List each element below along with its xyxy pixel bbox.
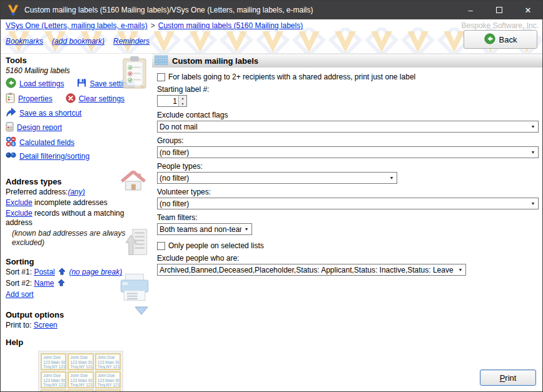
sidebar: Tools 5160 Mailing labels Load settings … [1,54,152,391]
exclude-no-match-link[interactable]: Exclude [6,209,33,218]
bookmarks-bar: Bookmarks (add bookmark) Reminders [1,30,542,46]
label-preview-cell: John Doe123 Main StTroy,NY 12180 [41,371,66,388]
spinner-up-icon[interactable]: ▲ [179,96,186,101]
expand-triangle-icon[interactable] [134,306,148,317]
people-types-value: (no filter) [158,174,387,183]
shared-address-checkbox[interactable] [157,73,165,81]
print-to-link[interactable]: Screen [34,321,58,329]
back-button[interactable]: Back [464,30,537,49]
clipboard-icon [122,56,147,91]
add-sort-link[interactable]: Add sort [6,290,34,299]
back-button-label: Back [499,35,517,44]
save-settings-icon [77,78,86,89]
groups-dropdown[interactable]: (no filter) ▼ [157,146,539,158]
exclude-people-label: Exclude people who are: [157,254,539,263]
label-preview-cell: John Doe123 Main StTroy,NY 12180 [95,353,121,370]
breadcrumb-separator: > [151,21,155,30]
save-shortcut-link[interactable]: Save as a shortcut [19,109,81,118]
starting-label-spinner[interactable]: 1 ▲ ▼ [157,95,187,107]
clear-settings-icon [66,93,76,105]
spinner-down-icon[interactable]: ▼ [179,101,186,107]
sort1-ascending-icon[interactable] [58,268,66,277]
team-filters-value: Both teams and non-teams [158,225,241,234]
mailing-labels-icon [155,55,168,68]
exclude-incomplete-row: Exclude incomplete addresses [6,198,152,208]
vsys-app-icon [7,4,19,16]
dropdown-arrow-icon: ▼ [455,268,465,272]
reminders-link[interactable]: Reminders [113,37,150,46]
calculated-fields-icon [6,136,16,149]
volunteer-types-dropdown[interactable]: (no filter) ▼ [157,198,539,209]
sort2-ascending-icon[interactable] [58,279,65,288]
minimize-button[interactable]: – [456,1,485,19]
add-bookmark-link[interactable]: (add bookmark) [52,37,104,46]
label-preview-cell: John Doe123 Main StTroy,NY 12180 [68,389,93,391]
sort-document-icon [126,228,148,258]
sort1-page-break-link[interactable]: (no page break) [69,268,122,276]
contact-flags-dropdown[interactable]: Do not mail ▼ [157,121,539,133]
dropdown-arrow-icon: ▼ [241,227,251,231]
bookmarks-link[interactable]: Bookmarks [6,37,43,46]
title-bar: Custom mailing labels (5160 Mailing labe… [1,1,542,19]
dropdown-arrow-icon: ▼ [528,150,538,154]
detail-filtering-link[interactable]: Detail filtering/sorting [19,152,89,161]
volunteer-types-label: Volunteer types: [157,188,539,196]
sort2-label: Sort #2: [6,279,32,288]
volunteer-types-value: (no filter) [158,199,528,208]
people-types-dropdown[interactable]: (no filter) ▼ [157,172,397,184]
clear-settings-link[interactable]: Clear settings [79,94,124,103]
printer-icon [119,273,150,304]
preferred-address-label: Preferred address: [6,188,68,196]
sort2-field-link[interactable]: Name [34,279,54,288]
print-to-row: Print to: Screen [6,321,152,330]
contact-flags-label: Exclude contact flags [157,111,539,119]
selected-lists-checkbox-label: Only people on selected lists [168,241,264,250]
calculated-fields-link[interactable]: Calculated fields [19,138,74,147]
sort1-label: Sort #1: [6,268,32,276]
properties-icon [6,93,15,105]
print-to-label: Print to: [6,321,31,329]
selected-lists-checkbox[interactable] [157,242,165,250]
print-button[interactable]: Print [480,369,536,386]
close-button[interactable]: ✕ [514,1,542,19]
maximize-icon [496,7,502,13]
design-report-link[interactable]: Design report [17,123,62,132]
maximize-button[interactable] [485,1,514,19]
preferred-address-link[interactable]: (any) [68,188,84,196]
back-icon [484,33,495,46]
team-filters-label: Team filters: [157,213,539,222]
team-filters-dropdown[interactable]: Both teams and non-teams ▼ [157,223,252,235]
load-settings-link[interactable]: Load settings [19,79,64,88]
contact-flags-value: Do not mail [158,123,528,131]
output-options-heading: Output options [6,310,152,319]
starting-label-label: Starting label #: [157,85,539,94]
label-preview-cell: John Doe123 Main StTroy,NY 12180 [68,371,93,388]
label-preview-cell: John Doe123 Main StTroy,NY 12180 [95,389,121,391]
breadcrumb-link-current[interactable]: Custom mailing labels (5160 Mailing labe… [158,21,303,30]
exclude-people-dropdown[interactable]: Archived,Banned,Deceased,Placeholder,Sta… [157,264,466,276]
label-preview-cell: John Doe123 Main StTroy,NY 12180 [68,353,93,370]
main-header: Custom mailing labels [152,54,542,68]
people-types-label: People types: [157,162,539,171]
breadcrumb-link-home[interactable]: VSys One (Letters, mailing labels, e-mai… [6,21,148,30]
main-title: Custom mailing labels [172,56,258,66]
sort1-field-link[interactable]: Postal [34,268,54,276]
house-icon [121,171,146,194]
properties-link[interactable]: Properties [18,94,53,103]
label-preview-cell: John Doe123 Main StTroy,NY 12180 [41,353,66,370]
top-band: VSys One (Letters, mailing labels, e-mai… [1,19,542,54]
detail-filtering-icon [6,151,16,161]
window-title: Custom mailing labels (5160 Mailing labe… [24,6,456,14]
label-preview-grid: John Doe123 Main StTroy,NY 12180 John Do… [38,351,123,391]
dropdown-arrow-icon: ▼ [387,176,397,180]
groups-label: Groups: [157,136,539,145]
sorting-heading: Sorting [6,257,152,266]
label-preview-cell: John Doe123 Main StTroy,NY 12180 [41,389,66,391]
groups-value: (no filter) [158,148,528,157]
exclude-no-match-row: Exclude records without a matching addre… [6,209,152,228]
save-shortcut-icon [6,108,16,119]
dropdown-arrow-icon: ▼ [528,124,538,129]
app-window: Custom mailing labels (5160 Mailing labe… [0,0,543,392]
company-name: Bespoke Software, Inc. [462,21,539,30]
exclude-incomplete-link[interactable]: Exclude [6,198,33,207]
